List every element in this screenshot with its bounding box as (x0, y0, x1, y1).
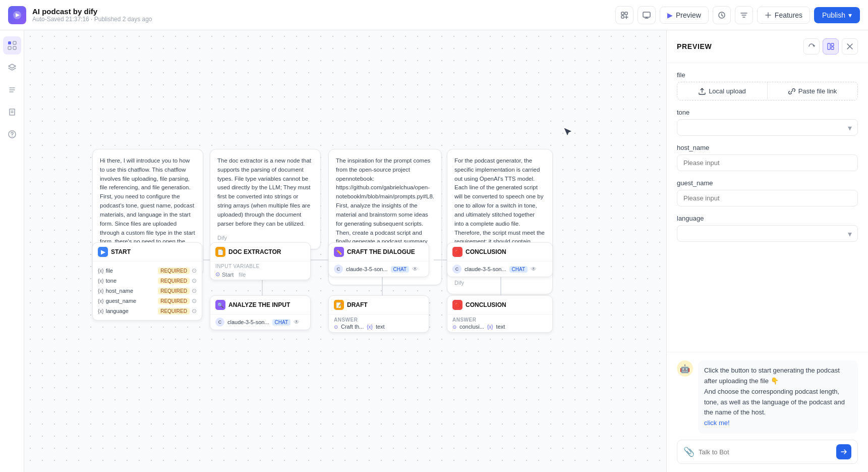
attach-button[interactable]: 📎 (683, 446, 695, 457)
conclusion-1-model-avatar: C (452, 265, 461, 274)
sidebar-item-help[interactable] (3, 125, 21, 143)
main-layout: Hi there, I will introduce you to how to… (0, 30, 868, 472)
start-row-host: {x} host_name REQUIRED ⊙ (98, 286, 197, 296)
local-upload-label: Local upload (709, 87, 746, 95)
monitor-icon-btn[interactable] (638, 6, 656, 24)
svg-rect-8 (8, 46, 11, 49)
settings-icon-btn[interactable] (735, 6, 753, 24)
app-info: AI podcast by dify Auto-Saved 21:37:16 ·… (32, 7, 609, 23)
start-icon: ▶ (98, 247, 108, 257)
sidebar-item-book[interactable] (3, 103, 21, 121)
preview-header: PREVIEW (667, 30, 868, 63)
svg-rect-1 (621, 12, 624, 15)
canvas-area[interactable]: Hi there, I will introduce you to how to… (24, 30, 666, 472)
preview-header-actions (803, 38, 858, 55)
conclusion-2-answer-row: ANSWER ⊙ conclusi... {x} text (447, 314, 552, 332)
node-start-label: START (111, 248, 131, 255)
preview-button[interactable]: ▶ Preview (660, 7, 709, 24)
features-label: Features (775, 11, 802, 19)
features-button[interactable]: Features (757, 7, 810, 24)
svg-rect-9 (13, 46, 16, 49)
chat-input-row: 📎 (677, 440, 858, 464)
cursor (561, 125, 573, 137)
tone-label: tone (677, 109, 858, 116)
analyze-model-name: claude-3-5-son... (227, 319, 269, 325)
node-start-header: ▶ START (93, 243, 202, 261)
draft-answer-row: ANSWER ⊙ Craft th... {x} text (329, 314, 429, 332)
share-icon-btn[interactable] (615, 6, 633, 24)
svg-rect-4 (643, 12, 650, 17)
start-row-file: {x} file REQUIRED ⊙ (98, 266, 197, 276)
chat-input[interactable] (699, 448, 832, 456)
layout-button[interactable] (823, 38, 839, 55)
clock-icon-btn[interactable] (713, 6, 731, 24)
sidebar-item-layers[interactable] (3, 59, 21, 77)
analyze-chat-badge: CHAT (272, 319, 291, 326)
topbar-actions: ▶ Preview Features Publish ▾ (615, 6, 860, 24)
analyze-model-row: C claude-3-5-son... CHAT 👁 (210, 314, 310, 330)
guest-name-input[interactable] (677, 190, 858, 206)
start-row-tone: {x} tone REQUIRED ⊙ (98, 276, 197, 286)
node-draft[interactable]: 📝 DRAFT ANSWER ⊙ Craft th... {x} text (328, 295, 429, 333)
node-doc-extractor[interactable]: 📄 DOC EXTRACTOR INPUT VARIABLE ⊙ Start f… (210, 242, 311, 280)
upload-area: Local upload Paste file link (677, 82, 858, 100)
chevron-down-icon: ▾ (848, 11, 852, 19)
share-icon (620, 11, 628, 19)
chat-link[interactable]: click me! (704, 419, 730, 427)
draft-icon: 📝 (334, 300, 344, 310)
language-label: language (677, 215, 858, 222)
input-var-label: INPUT VARIABLE (210, 261, 310, 270)
svg-rect-13 (831, 43, 834, 46)
badge-host: REQUIRED (158, 288, 190, 294)
conclusion-1-model-row: C claude-3-5-son... CHAT 👁 (447, 261, 552, 277)
layout-icon (827, 43, 834, 50)
file-label: file (677, 71, 858, 79)
sidebar-item-list[interactable] (3, 81, 21, 99)
chat-card-2-sender: Dify (217, 234, 313, 242)
language-select[interactable] (677, 225, 858, 242)
svg-point-11 (12, 136, 13, 137)
close-button[interactable] (842, 38, 858, 55)
svg-rect-2 (625, 12, 627, 15)
node-doc-label: DOC EXTRACTOR (228, 248, 281, 255)
start-row-guest: {x} guest_name REQUIRED ⊙ (98, 296, 197, 306)
chat-card-2: The doc extractor is a new node that sup… (210, 149, 321, 249)
badge-guest: REQUIRED (158, 298, 190, 304)
node-start[interactable]: ▶ START {x} file REQUIRED ⊙ {x} tone (92, 242, 202, 321)
close-icon (846, 43, 853, 50)
paste-link-button[interactable]: Paste file link (768, 82, 857, 100)
monitor-icon (643, 11, 651, 19)
svg-rect-14 (831, 47, 834, 49)
node-analyze[interactable]: 🔍 ANALYZE THE INPUT C claude-3-5-son... … (210, 295, 311, 330)
preview-body: file Local upload Paste file link (667, 63, 868, 352)
settings-icon (740, 11, 748, 19)
doc-icon: 📄 (215, 247, 225, 257)
badge-language: REQUIRED (158, 308, 190, 314)
link-icon (788, 88, 795, 95)
refresh-button[interactable] (803, 38, 820, 55)
sidebar-item-workflow[interactable] (3, 36, 21, 55)
publish-button[interactable]: Publish ▾ (814, 7, 860, 23)
host-name-input[interactable] (677, 154, 858, 171)
conclusion-1-chat-badge: CHAT (509, 266, 528, 273)
send-button[interactable] (836, 444, 851, 459)
node-conclusion-2[interactable]: 🔴 CONCLUSION ANSWER ⊙ conclusi... {x} te… (447, 295, 553, 333)
svg-rect-12 (828, 43, 830, 49)
craft-chat-badge: CHAT (391, 266, 409, 273)
app-logo (8, 6, 26, 24)
guest-name-section: guest_name (677, 179, 858, 206)
language-section: language (677, 215, 858, 242)
app-title: AI podcast by dify (32, 7, 609, 16)
local-upload-button[interactable]: Local upload (677, 82, 768, 100)
craft-model-avatar: C (334, 265, 343, 274)
host-name-label: host_name (677, 144, 858, 151)
svg-rect-7 (13, 41, 16, 44)
tone-select[interactable] (677, 119, 858, 136)
node-start-body: {x} file REQUIRED ⊙ {x} tone REQUIRED ⊙ (93, 261, 202, 320)
node-craft[interactable]: ✏️ CRAFT THE DIALOGUE C claude-3-5-son..… (328, 242, 429, 277)
svg-rect-6 (8, 41, 11, 44)
features-icon (765, 12, 772, 19)
conclusion-2-icon: 🔴 (452, 300, 462, 310)
node-conclusion-2-header: 🔴 CONCLUSION (447, 296, 552, 314)
node-conclusion-1[interactable]: 🔴 CONCLUSION C claude-3-5-son... CHAT 👁 (447, 242, 553, 277)
